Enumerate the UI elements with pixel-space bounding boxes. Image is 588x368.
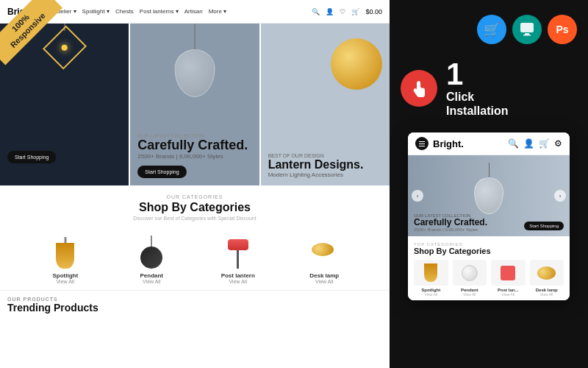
click-install-text: 1 Click Installation	[446, 59, 508, 118]
pendant-image	[118, 228, 184, 269]
site-nav: Chandelier ▾ Spotlight ▾ Chests Post lan…	[43, 8, 312, 15]
hero-2-heading: Carefully Crafted.	[137, 138, 248, 153]
mobile-cat-desklamp[interactable]: Desk lamp View All	[530, 260, 564, 297]
mobile-shop-btn[interactable]: Start Shopping	[524, 222, 564, 230]
ribbon-text: 100% Responsive	[0, 0, 62, 65]
trending-sublabel: OUR PRODUCTS	[7, 297, 382, 302]
mobile-logo: Bright.	[433, 138, 508, 149]
desk-lamp-image	[291, 228, 357, 269]
nav-more[interactable]: More ▾	[209, 8, 226, 15]
mobile-cat-pendant-img	[453, 260, 487, 286]
hero-panel-2-content: OUR LATEST COLLECTION Carefully Crafted.…	[137, 133, 248, 178]
mobile-cat-grid: Spotlight View All Pendant View All Post…	[414, 260, 564, 297]
mobile-hero-title: Carefully Crafted.	[414, 218, 487, 227]
mobile-search-icon[interactable]: 🔍	[508, 138, 519, 149]
pendant-lamp-icon	[140, 247, 162, 269]
cat-spotlight-name: Spotlight	[32, 272, 98, 279]
hero-panel-1-content: Start Shopping	[7, 149, 56, 163]
svg-rect-0	[520, 23, 534, 32]
cat-spotlight-link[interactable]: View All	[32, 279, 98, 284]
spotlight-image	[32, 228, 98, 269]
hamburger-icon[interactable]	[415, 137, 429, 150]
mobile-cart-icon[interactable]: 🛒	[539, 138, 550, 149]
spotlight-lamp-icon	[56, 243, 74, 269]
mobile-preview: Bright. 🔍 👤 🛒 ⚙ ‹ › OUR LATEST COLLECTIO…	[408, 132, 570, 300]
mobile-account-icon[interactable]: 👤	[523, 138, 534, 149]
mobile-cat-title: Shop By Categories	[414, 247, 564, 255]
post-lantern-image	[205, 228, 271, 269]
pendant-lamp	[174, 24, 215, 97]
nav-post-lantern[interactable]: Post lanterns ▾	[140, 8, 179, 15]
ps-feature-icon: Ps	[548, 15, 577, 44]
hero-2-subheading: 2500+ Brands | 6,00,000+ Styles	[137, 153, 248, 160]
trending-section: OUR PRODUCTS Trending Products	[0, 290, 390, 317]
mobile-cat-pendant-link[interactable]: View All	[453, 292, 487, 297]
mobile-cat-postlantern-img	[491, 260, 526, 286]
category-spotlight[interactable]: Spotlight View All	[32, 228, 98, 284]
svg-rect-2	[523, 35, 531, 36]
mobile-categories: TOP CATEGORIES Shop By Categories Spotli…	[408, 236, 570, 300]
mobile-hero-desc: 2500+ Brands | 6,00,000+ Styles	[414, 227, 487, 232]
cat-desklamp-link[interactable]: View All	[291, 279, 357, 284]
nav-chests[interactable]: Chests	[115, 8, 134, 15]
mobile-cat-spotlight[interactable]: Spotlight View All	[414, 260, 448, 297]
start-shopping-btn-2[interactable]: Start Shopping	[137, 166, 186, 178]
trending-title: Trending Products	[7, 302, 382, 314]
cart-total: $0.00	[365, 8, 382, 15]
mobile-nav-icons: 🔍 👤 🛒 ⚙	[508, 138, 562, 149]
mobile-hero-lamp	[474, 163, 503, 214]
feature-icons-row: 🛒 Ps	[477, 15, 577, 44]
category-post-lantern[interactable]: Post lantern View All	[205, 228, 271, 284]
click-number: 1	[446, 57, 463, 91]
responsive-ribbon: 100% Responsive	[0, 0, 66, 66]
category-grid: Spotlight View All Pendant View All	[7, 228, 382, 284]
click-finger-icon	[401, 70, 437, 107]
desk-lamp-icon	[312, 243, 337, 269]
category-pendant[interactable]: Pendant View All	[118, 228, 184, 284]
categories-sublabel: OUR CATEGORIES	[7, 194, 382, 199]
category-desk-lamp[interactable]: Desk lamp View All	[291, 228, 357, 284]
categories-desc: Discover our Best of Categories with Spe…	[7, 216, 382, 221]
click-installation-block: 1 Click Installation	[401, 59, 508, 118]
mobile-hero-text: OUR LATEST COLLECTION Carefully Crafted.…	[414, 213, 487, 232]
svg-rect-1	[525, 33, 529, 35]
mobile-header: Bright. 🔍 👤 🛒 ⚙	[408, 132, 570, 155]
mobile-cat-postlantern-link[interactable]: View All	[491, 292, 526, 297]
nav-spotlight[interactable]: Spotlight ▾	[82, 8, 110, 15]
mobile-cat-pendant[interactable]: Pendant View All	[453, 260, 487, 297]
site-header-right: 🔍 👤 ♡ 🛒 $0.00	[312, 8, 382, 15]
mobile-next-arrow[interactable]: ›	[554, 190, 566, 202]
account-icon[interactable]: 👤	[326, 8, 334, 15]
cart-icon[interactable]: 🛒	[351, 8, 359, 15]
cat-postlantern-link[interactable]: View All	[205, 279, 271, 284]
categories-section: OUR CATEGORIES Shop By Categories Discov…	[0, 185, 390, 290]
mobile-cat-desklamp-img	[530, 260, 564, 286]
hero-panel-2: OUR LATEST COLLECTION Carefully Crafted.…	[130, 24, 260, 185]
mobile-cat-desklamp-link[interactable]: View All	[530, 292, 564, 297]
wishlist-icon[interactable]: ♡	[340, 8, 345, 15]
cat-desklamp-name: Desk lamp	[291, 272, 357, 279]
right-panel: 🛒 Ps 1 Click Installation	[390, 0, 588, 368]
search-icon[interactable]: 🔍	[312, 8, 320, 15]
mobile-cat-spotlight-img	[414, 260, 448, 286]
monitor-feature-icon	[512, 15, 542, 44]
start-shopping-btn-1[interactable]: Start Shopping	[7, 151, 56, 163]
nav-artisan[interactable]: Artisan	[184, 8, 203, 15]
post-lamp-icon	[231, 239, 245, 269]
cart-feature-icon: 🛒	[477, 15, 506, 44]
hero-3-heading: Lantern Designs.	[268, 158, 364, 171]
mobile-cat-postlantern[interactable]: Post lan... View All	[491, 260, 526, 297]
hero-panel-3: BEST OF OUR DESIGN Lantern Designs. Mode…	[261, 24, 390, 185]
hero-3-subheading: Modern Lighting Accessories	[268, 171, 364, 178]
mobile-prev-arrow[interactable]: ‹	[412, 190, 423, 202]
click-install-label: Click Installation	[446, 90, 508, 118]
cat-pendant-name: Pendant	[118, 272, 184, 279]
hero-panel-3-content: BEST OF OUR DESIGN Lantern Designs. Mode…	[268, 153, 364, 178]
hero-3-bestlabel: BEST OF OUR DESIGN	[268, 153, 364, 158]
mobile-settings-icon[interactable]: ⚙	[554, 138, 562, 149]
mobile-cat-spotlight-link[interactable]: View All	[414, 292, 448, 297]
categories-title: Shop By Categories	[7, 201, 382, 214]
sphere-lamp	[331, 38, 382, 90]
cat-pendant-link[interactable]: View All	[118, 279, 184, 284]
mobile-hero: ‹ › OUR LATEST COLLECTION Carefully Craf…	[408, 155, 570, 236]
